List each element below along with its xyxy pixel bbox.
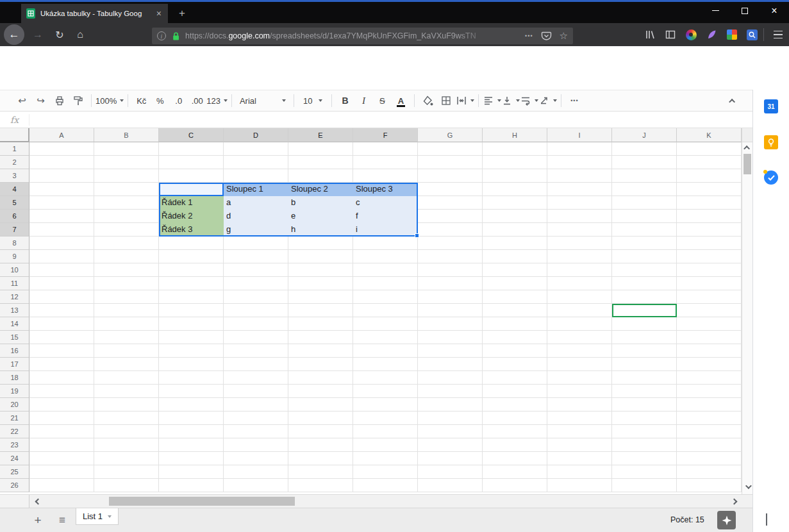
row-header-20[interactable]: 20 [0,398,29,411]
row-header-12[interactable]: 12 [0,290,29,304]
window-minimize-button[interactable] [701,0,730,21]
scroll-up-icon[interactable] [742,142,752,153]
scroll-down-icon[interactable] [742,481,752,492]
spreadsheet-grid[interactable]: ABCDEFGHIJK 1234567891011121314151617181… [0,128,752,494]
data-cell-D6[interactable]: d [224,210,288,223]
print-button[interactable] [50,92,69,109]
column-header-J[interactable]: J [612,128,677,142]
extension-multicolor-icon[interactable] [723,27,741,42]
row-header-7[interactable]: 7 [0,223,29,237]
redo-button[interactable]: ↪ [31,92,50,109]
keep-icon[interactable] [764,135,778,149]
strikethrough-button[interactable]: S [373,92,392,109]
row-header-14[interactable]: 14 [0,317,29,331]
extension-colorwheel-icon[interactable] [682,27,700,42]
header-cell-sloupec-1[interactable]: Sloupec 1 [224,183,288,196]
row-header-23[interactable]: 23 [0,438,29,452]
row-header-16[interactable]: 16 [0,344,29,358]
row-header-26[interactable]: 26 [0,479,29,492]
active-cell[interactable] [159,183,224,196]
data-cell-D5[interactable]: a [224,196,288,210]
window-close-button[interactable]: × [760,0,789,21]
label-cell-7[interactable]: Řádek 3 [159,223,224,237]
row-header-15[interactable]: 15 [0,331,29,344]
horizontal-scroll-thumb[interactable] [109,497,295,506]
row-header-2[interactable]: 2 [0,156,29,169]
extension-magnifier-icon[interactable] [743,27,761,42]
row-header-10[interactable]: 10 [0,263,29,277]
text-rotation-button[interactable] [538,92,557,109]
sheet-tab[interactable]: List 1 [76,508,119,525]
paint-format-button[interactable] [69,92,87,109]
row-header-1[interactable]: 1 [0,142,29,156]
row-header-4[interactable]: 4 [0,183,29,196]
header-cell-sloupec-2[interactable]: Sloupec 2 [288,183,353,196]
data-cell-D7[interactable]: g [224,223,288,237]
sidebars-icon[interactable] [661,27,679,42]
window-maximize-button[interactable] [730,0,760,21]
tab-close-icon[interactable]: × [154,8,163,19]
new-tab-button[interactable]: + [172,4,192,23]
row-header-19[interactable]: 19 [0,385,29,398]
collapse-toolbar-icon[interactable] [724,92,742,109]
vertical-align-button[interactable] [501,92,520,109]
row-header-11[interactable]: 11 [0,277,29,290]
row-header-3[interactable]: 3 [0,169,29,183]
column-header-K[interactable]: K [677,128,742,142]
fill-color-button[interactable] [419,92,437,109]
more-formats-button[interactable]: 123 [206,92,228,109]
selection-count-label[interactable]: Počet: 15 [670,515,704,524]
calendar-icon[interactable]: 31 [764,99,778,113]
home-button[interactable]: ⌂ [72,27,88,42]
page-actions-icon[interactable]: ••• [525,33,533,39]
undo-button[interactable]: ↩ [13,92,31,109]
italic-button[interactable]: I [354,92,373,109]
select-all-corner[interactable] [0,128,29,142]
pocket-icon[interactable] [541,31,552,41]
header-cell-sloupec-3[interactable]: Sloupec 3 [353,183,418,196]
formula-input[interactable] [29,112,752,128]
vertical-scroll-thumb[interactable] [743,154,751,174]
merge-cells-button[interactable] [456,92,474,109]
horizontal-align-button[interactable] [483,92,501,109]
add-sheet-button[interactable]: + [29,512,46,529]
scroll-left-icon[interactable] [31,495,45,508]
column-header-G[interactable]: G [418,128,483,142]
site-info-icon[interactable]: i [157,31,166,40]
column-header-H[interactable]: H [483,128,547,142]
row-header-21[interactable]: 21 [0,411,29,425]
forward-button[interactable]: → [29,27,46,42]
reload-button[interactable]: ↻ [51,27,68,42]
row-header-5[interactable]: 5 [0,196,29,210]
data-cell-F6[interactable]: f [353,210,418,223]
row-header-25[interactable]: 25 [0,465,29,479]
scroll-right-icon[interactable] [727,495,741,508]
label-cell-5[interactable]: Řádek 1 [159,196,224,210]
data-cell-E7[interactable]: h [288,223,353,237]
zoom-select[interactable]: 100% [96,92,124,109]
bold-button[interactable]: B [336,92,354,109]
row-header-17[interactable]: 17 [0,358,29,371]
data-cell-E6[interactable]: e [288,210,353,223]
format-percent-button[interactable]: % [151,92,169,109]
data-cell-F5[interactable]: c [353,196,418,210]
vertical-scrollbar[interactable] [742,128,752,494]
all-sheets-button[interactable]: ≡ [54,512,71,529]
font-family-select[interactable]: Arial [236,92,290,109]
decrease-decimal-button[interactable]: .0 [169,92,188,109]
data-cell-F7[interactable]: i [353,223,418,237]
fill-handle[interactable] [415,233,419,238]
url-bar[interactable]: i https://docs.google.com/spreadsheets/d… [152,28,573,44]
text-wrap-button[interactable] [520,92,538,109]
font-size-select[interactable]: 10 [298,92,328,109]
browser-tab[interactable]: Ukázka tabulky - Tabulky Goog × [21,4,168,23]
column-header-I[interactable]: I [547,128,612,142]
row-header-6[interactable]: 6 [0,210,29,223]
column-header-D[interactable]: D [224,128,288,142]
extension-feather-icon[interactable] [702,27,720,42]
more-toolbar-button[interactable]: ••• [565,92,584,109]
expand-side-panel-icon[interactable] [766,515,767,526]
horizontal-scrollbar[interactable] [0,494,752,508]
explore-button[interactable] [717,511,736,529]
borders-button[interactable] [437,92,456,109]
